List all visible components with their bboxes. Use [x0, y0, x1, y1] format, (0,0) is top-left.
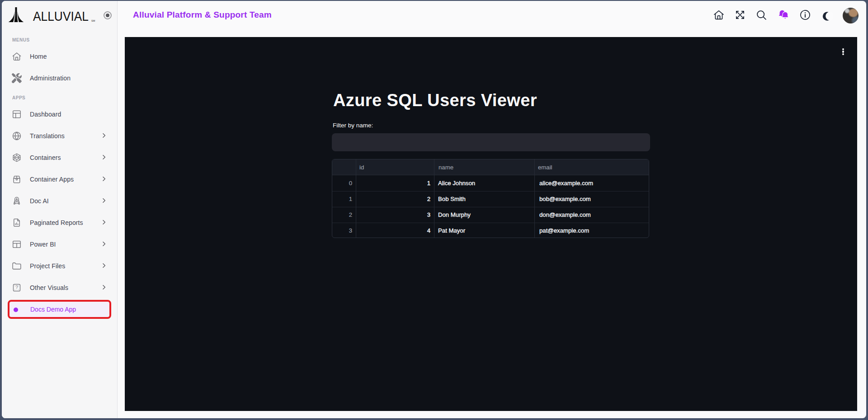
svg-text:?: ?: [15, 285, 18, 290]
svg-text:SM: SM: [91, 19, 95, 22]
svg-text:ALLUVIAL: ALLUVIAL: [33, 9, 89, 23]
